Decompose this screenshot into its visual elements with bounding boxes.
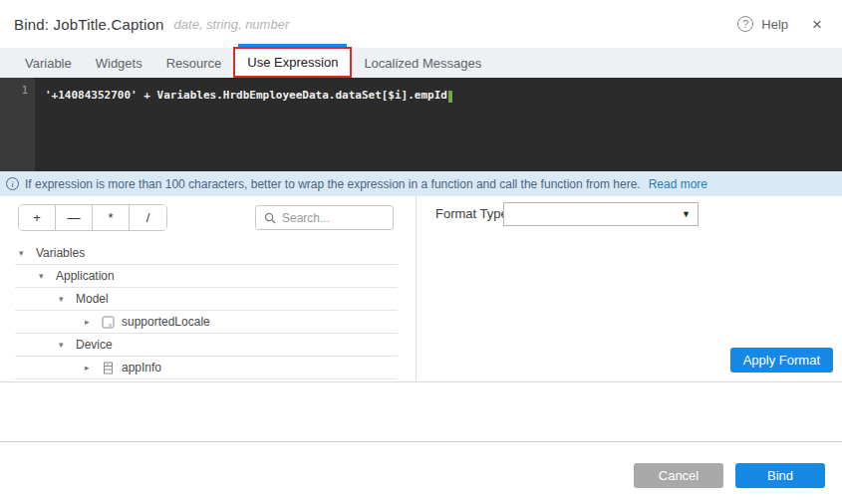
tree-node-supportedlocale[interactable]: ▸ x supportedLocale xyxy=(15,311,398,334)
tree-node-application[interactable]: ▾ Application xyxy=(15,265,398,288)
tree-node-label: Variables xyxy=(36,246,85,260)
divide-operator-button[interactable]: / xyxy=(130,205,166,230)
array-variable-icon: x xyxy=(102,316,115,329)
info-bar: i If expression is more than 100 charact… xyxy=(0,171,842,196)
cancel-button[interactable]: Cancel xyxy=(634,463,723,488)
bind-button[interactable]: Bind xyxy=(735,463,825,488)
object-variable-icon xyxy=(102,362,115,375)
tree-node-appinfo[interactable]: ▸ appInfo xyxy=(15,357,398,379)
dialog-subtitle: date, string, number xyxy=(174,17,290,32)
tab-widgets[interactable]: Widgets xyxy=(84,48,154,78)
expression-code[interactable]: '+14084352700' + Variables.HrdbEmployeeD… xyxy=(45,89,447,102)
line-number: 1 xyxy=(21,84,28,97)
caret-down-icon[interactable]: ▾ xyxy=(59,340,69,350)
dialog-header: Bind: JobTitle.Caption date, string, num… xyxy=(0,0,842,48)
multiply-operator-button[interactable]: * xyxy=(93,205,130,230)
header-actions: ? Help × xyxy=(737,16,822,33)
caret-right-icon[interactable]: ▸ xyxy=(85,317,95,327)
expression-editor[interactable]: 1 '+14084352700' + Variables.HrdbEmploye… xyxy=(0,78,842,171)
tab-use-expression-wrap: Use Expression xyxy=(233,48,352,78)
caret-right-icon[interactable]: ▸ xyxy=(85,363,95,373)
apply-format-button[interactable]: Apply Format xyxy=(730,348,833,373)
format-type-label: Format Type xyxy=(435,206,508,221)
info-icon: i xyxy=(6,177,19,190)
bind-dialog: Bind: JobTitle.Caption date, string, num… xyxy=(0,0,842,504)
search-box xyxy=(255,205,394,230)
content-area: + — * / ▾ Variables ▾ Application xyxy=(0,196,842,382)
format-type-dropdown[interactable]: ▼ xyxy=(503,202,699,226)
tree-node-label: Device xyxy=(76,338,113,352)
tab-variable[interactable]: Variable xyxy=(13,48,84,78)
close-icon[interactable]: × xyxy=(812,16,822,33)
caret-down-icon[interactable]: ▾ xyxy=(59,294,69,304)
tab-bar: Variable Widgets Resource Use Expression… xyxy=(0,48,842,78)
footer-divider xyxy=(0,441,842,442)
tree-node-variables[interactable]: ▾ Variables xyxy=(15,242,398,265)
minus-operator-button[interactable]: — xyxy=(56,205,93,230)
caret-down-icon[interactable]: ▾ xyxy=(39,271,49,281)
help-icon[interactable]: ? xyxy=(737,16,753,32)
tree-node-label: Model xyxy=(76,292,109,306)
variables-panel: + — * / ▾ Variables ▾ Application xyxy=(0,196,417,381)
tree-node-label: supportedLocale xyxy=(122,315,210,329)
tree-node-device[interactable]: ▾ Device xyxy=(15,334,398,357)
search-input[interactable] xyxy=(282,211,385,225)
format-panel: Format Type ▼ Apply Format xyxy=(418,196,842,381)
editor-gutter: 1 xyxy=(0,78,35,171)
tree-node-label: Application xyxy=(56,269,115,283)
text-caret xyxy=(448,91,452,103)
tab-localized-messages[interactable]: Localized Messages xyxy=(352,48,493,78)
help-link[interactable]: Help xyxy=(761,17,788,32)
caret-down-icon[interactable]: ▾ xyxy=(19,248,29,258)
info-message: If expression is more than 100 character… xyxy=(25,177,641,191)
variables-tree: ▾ Variables ▾ Application ▾ Model ▸ x su… xyxy=(0,242,416,379)
tab-use-expression[interactable]: Use Expression xyxy=(233,47,352,78)
tab-resource[interactable]: Resource xyxy=(154,48,234,78)
editor-code-area[interactable]: '+14084352700' + Variables.HrdbEmployeeD… xyxy=(35,78,842,171)
operator-button-group: + — * / xyxy=(18,204,167,231)
tree-node-model[interactable]: ▾ Model xyxy=(15,288,398,311)
dialog-title: Bind: JobTitle.Caption xyxy=(14,16,164,33)
tree-node-label: appInfo xyxy=(122,361,161,375)
dropdown-arrow-icon: ▼ xyxy=(682,209,691,219)
plus-operator-button[interactable]: + xyxy=(19,205,56,230)
search-icon xyxy=(264,212,276,224)
read-more-link[interactable]: Read more xyxy=(649,177,707,191)
svg-text:x: x xyxy=(109,320,113,327)
